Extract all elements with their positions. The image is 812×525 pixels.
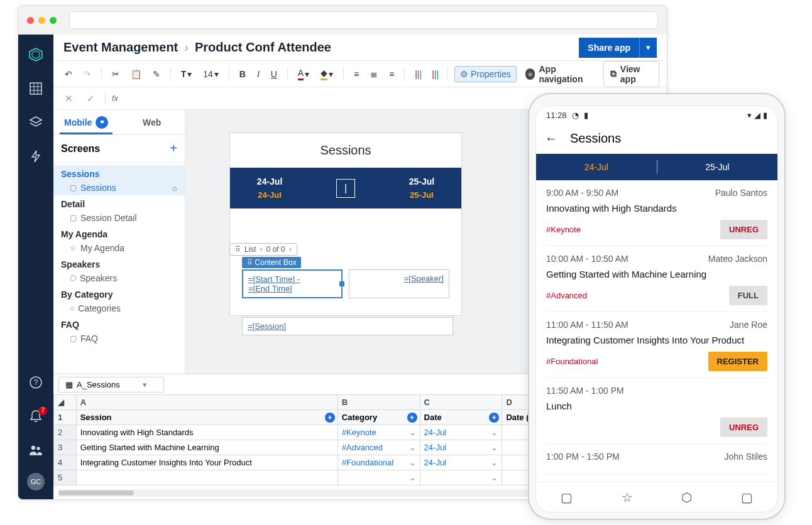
grid-icon[interactable]	[18, 77, 53, 100]
session-action-button[interactable]: UNREG	[720, 220, 767, 239]
columns-icon[interactable]: |||	[411, 67, 424, 82]
pager-next-icon[interactable]: ›	[289, 245, 292, 254]
close-dot[interactable]	[27, 17, 34, 24]
canvas-tab-2[interactable]: 25-Jul25-Jul	[409, 176, 434, 200]
row-number[interactable]: 5	[54, 470, 77, 485]
screen-group[interactable]: Sessions	[53, 165, 185, 180]
rows-icon[interactable]: |||	[428, 67, 441, 82]
session-card[interactable]: 11:50 AM - 1:00 PMLunchUNREG	[546, 378, 767, 444]
row-number[interactable]: 3	[54, 440, 77, 455]
cell-category[interactable]: ⌄	[337, 470, 420, 485]
cell-date[interactable]: 24-Jul⌄	[420, 440, 502, 455]
app-navigation-button[interactable]: ≡ App navigation	[520, 62, 600, 87]
accept-formula-button[interactable]: ✓	[83, 93, 99, 104]
properties-button[interactable]: ⚙ Properties	[454, 66, 517, 82]
cell-category[interactable]: #Advanced⌄	[337, 440, 420, 455]
maximize-dot[interactable]	[50, 17, 57, 24]
nav-sessions-icon[interactable]: ▢	[561, 490, 573, 505]
column-letter[interactable]: B	[337, 395, 420, 410]
screen-item[interactable]: ☆My Agenda	[53, 241, 185, 256]
phone-tab-1[interactable]: 24-Jul	[536, 162, 657, 172]
help-icon[interactable]: ?	[18, 371, 53, 394]
column-header[interactable]: Session+	[76, 410, 337, 425]
screen-group[interactable]: My Agenda	[53, 225, 185, 241]
bolt-icon[interactable]	[18, 145, 53, 168]
screen-item[interactable]: ⬡Speakers	[53, 271, 185, 286]
cut-icon[interactable]: ✂	[108, 67, 123, 82]
cell-category[interactable]: #Keynote⌄	[337, 425, 420, 440]
fill-color-button[interactable]: ◆ ▾	[317, 65, 337, 83]
select-all-cell[interactable]: ◢	[54, 395, 77, 410]
nav-agenda-icon[interactable]: ☆	[622, 490, 633, 505]
align-center-button[interactable]: ≣	[366, 67, 381, 82]
share-app-button[interactable]: Share app	[579, 38, 639, 58]
screen-group[interactable]: By Category	[53, 286, 185, 301]
add-column-icon[interactable]: +	[407, 413, 417, 423]
screen-group[interactable]: Speakers	[53, 256, 185, 271]
underline-button[interactable]: U	[267, 67, 281, 82]
session-card[interactable]: 11:00 AM - 11:50 AMJane RoeIntegrating C…	[546, 312, 767, 378]
nav-more-icon[interactable]: ▢	[741, 490, 753, 505]
align-right-button[interactable]: ≡	[385, 67, 398, 82]
screen-item[interactable]: ○Categories	[53, 301, 185, 316]
chevron-down-icon[interactable]: ▾	[143, 380, 147, 389]
session-action-button[interactable]: REGISTER	[708, 352, 767, 371]
redo-icon[interactable]: ↷	[80, 67, 95, 82]
pager-prev-icon[interactable]: ‹	[260, 245, 263, 254]
tab-web[interactable]: Web	[119, 110, 185, 134]
add-column-icon[interactable]: +	[325, 413, 335, 423]
row-number[interactable]: 1	[54, 410, 77, 425]
cell-session[interactable]	[76, 470, 337, 485]
cell-date[interactable]: 24-Jul⌄	[420, 425, 502, 440]
breadcrumb-root[interactable]: Event Management	[63, 40, 178, 55]
session-list[interactable]: 9:00 AM - 9:50 AMPaulo SantosInnovating …	[536, 180, 777, 482]
sheet-tab[interactable]: ▦ A_Sessions ▾	[58, 377, 164, 392]
screen-item[interactable]: ▢FAQ	[53, 331, 185, 346]
content-box-label[interactable]: ⠿ Content Box	[242, 257, 301, 268]
people-icon[interactable]	[18, 439, 53, 462]
screen-item[interactable]: ▢Sessions⌂	[53, 180, 185, 195]
column-header[interactable]: Category+	[337, 410, 420, 425]
phone-tab-2[interactable]: 25-Jul	[657, 162, 778, 172]
screen-group[interactable]: Detail	[53, 195, 185, 210]
clipboard-icon[interactable]: 📋	[127, 67, 145, 82]
url-bar[interactable]	[69, 11, 658, 29]
cell-session[interactable]: Getting Started with Machine Learning	[76, 440, 337, 455]
back-arrow-icon[interactable]: ←	[545, 131, 557, 146]
undo-icon[interactable]: ↶	[61, 67, 76, 82]
column-header[interactable]: Date+	[420, 410, 502, 425]
row-number[interactable]: 4	[54, 455, 77, 470]
font-style-dropdown[interactable]: T ▾	[177, 67, 196, 82]
field-speaker[interactable]: =[Speaker]	[349, 269, 449, 298]
session-action-button[interactable]: UNREG	[720, 418, 767, 437]
avatar[interactable]: GC	[27, 473, 45, 490]
bold-button[interactable]: B	[236, 67, 250, 82]
nav-speakers-icon[interactable]: ⬡	[681, 490, 692, 505]
session-card[interactable]: 1:00 PM - 1:50 PMJohn Stiles	[546, 444, 767, 475]
add-screen-button[interactable]: +	[170, 141, 177, 156]
text-color-button[interactable]: A ▾	[294, 65, 313, 83]
session-action-button[interactable]: FULL	[729, 286, 767, 305]
column-letter[interactable]: C	[420, 395, 502, 410]
screen-item[interactable]: ▢Session Detail	[53, 210, 185, 225]
cell-date[interactable]: 24-Jul⌄	[420, 455, 502, 470]
field-time[interactable]: =[Start Time] - =[End Time]	[242, 269, 343, 298]
font-size-dropdown[interactable]: 14 ▾	[199, 67, 222, 82]
session-card[interactable]: 9:00 AM - 9:50 AMPaulo SantosInnovating …	[546, 180, 767, 246]
view-app-button[interactable]: ⧉ View app	[603, 61, 659, 87]
bell-icon[interactable]: 7	[18, 405, 53, 428]
align-left-button[interactable]: ≡	[350, 67, 363, 82]
cancel-formula-button[interactable]: ✕	[61, 93, 77, 104]
share-app-caret[interactable]: ▾	[639, 38, 657, 58]
format-painter-icon[interactable]: ✎	[149, 67, 164, 82]
cell-session[interactable]: Innovating with High Standards	[76, 425, 337, 440]
cell-category[interactable]: #Foundational⌄	[337, 455, 420, 470]
layers-icon[interactable]	[18, 111, 53, 134]
column-letter[interactable]: A	[76, 395, 337, 410]
list-pager-chip[interactable]: ⠿ List ‹ 0 of 0 ›	[229, 243, 297, 256]
minimize-dot[interactable]	[38, 17, 45, 24]
italic-button[interactable]: I	[253, 67, 263, 82]
logo-icon[interactable]	[18, 43, 53, 66]
canvas-tab-1[interactable]: 24-Jul24-Jul	[257, 176, 282, 200]
session-card[interactable]: 10:00 AM - 10:50 AMMateo JacksonGetting …	[546, 246, 767, 312]
